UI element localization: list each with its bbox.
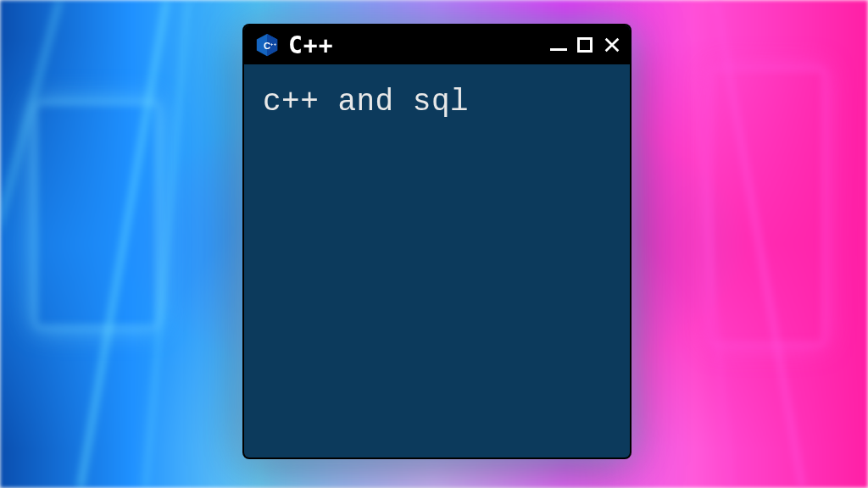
- terminal-content: c++ and sql: [244, 64, 630, 140]
- minimize-button[interactable]: [550, 48, 567, 51]
- window-titlebar[interactable]: C + + C++: [244, 25, 630, 64]
- terminal-window: C + + C++ c++ and sql: [244, 25, 630, 458]
- window-controls: [550, 36, 621, 54]
- window-title: C++: [288, 31, 542, 59]
- cpp-logo-icon: C + +: [254, 32, 280, 58]
- terminal-text: c++ and sql: [263, 85, 611, 119]
- close-button[interactable]: [603, 36, 621, 54]
- maximize-button[interactable]: [577, 37, 593, 53]
- svg-text:C: C: [264, 41, 270, 51]
